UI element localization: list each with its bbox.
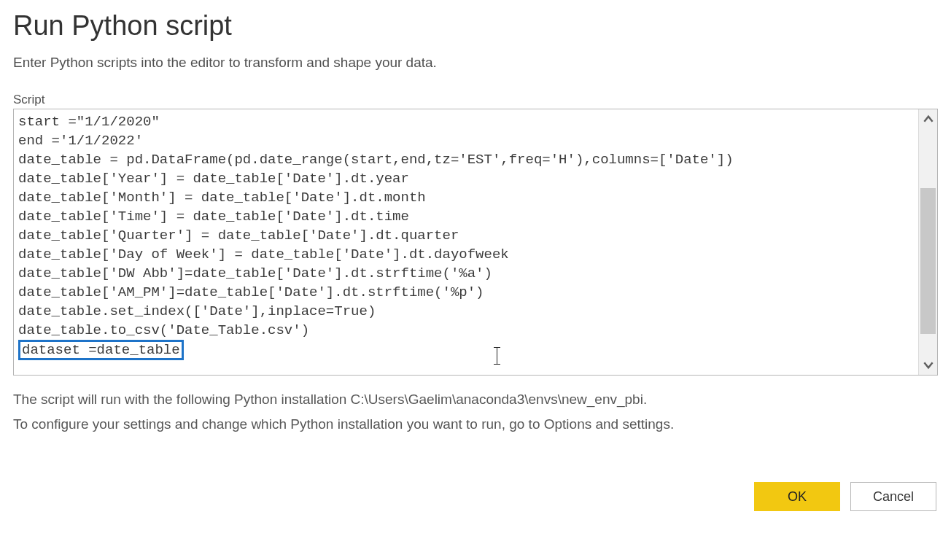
- vertical-scrollbar[interactable]: [918, 109, 937, 375]
- configure-settings-hint: To configure your settings and change wh…: [13, 413, 938, 435]
- dialog-subtitle: Enter Python scripts into the editor to …: [13, 55, 938, 71]
- python-install-path-text: The script will run with the following P…: [13, 389, 938, 411]
- scroll-down-icon[interactable]: [919, 354, 937, 375]
- dialog-title: Run Python script: [13, 10, 938, 42]
- text-cursor-icon: [497, 347, 497, 365]
- scroll-up-icon[interactable]: [919, 109, 937, 130]
- scrollbar-thumb[interactable]: [920, 188, 936, 334]
- ok-button[interactable]: OK: [754, 482, 840, 511]
- script-editor-container: start ="1/1/2020" end ='1/1/2022' date_t…: [13, 109, 938, 376]
- scrollbar-track[interactable]: [919, 130, 937, 354]
- highlighted-code-line: dataset =date_table: [18, 340, 184, 360]
- script-field-label: Script: [13, 93, 938, 107]
- cancel-button[interactable]: Cancel: [850, 482, 936, 511]
- dialog-button-row: OK Cancel: [13, 482, 938, 511]
- run-python-script-dialog: Run Python script Enter Python scripts i…: [0, 0, 951, 524]
- script-editor[interactable]: start ="1/1/2020" end ='1/1/2022' date_t…: [14, 109, 918, 375]
